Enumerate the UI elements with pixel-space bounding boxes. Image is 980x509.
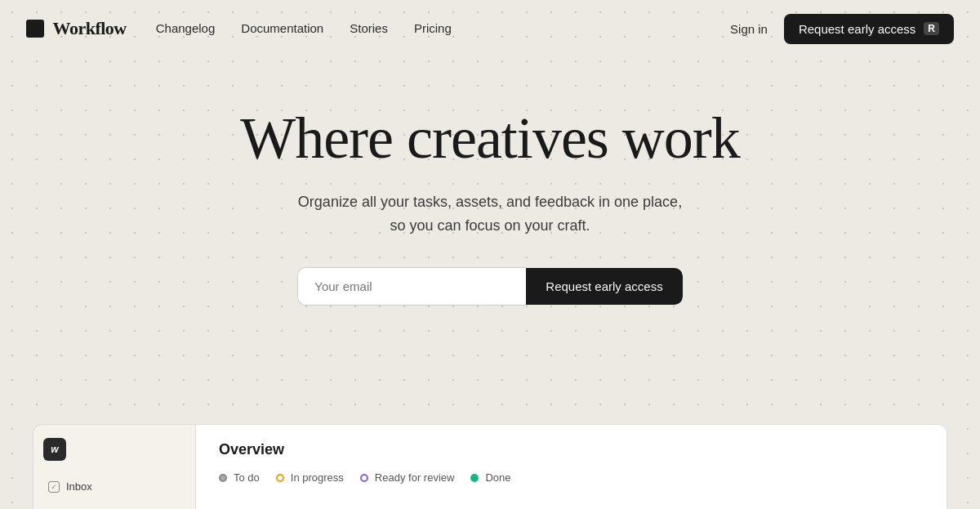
review-dot-icon [360, 474, 368, 482]
sidebar-logo-letter: w [51, 444, 58, 455]
sidebar-item-inbox[interactable]: ✓ Inbox [43, 477, 185, 496]
nav-documentation[interactable]: Documentation [241, 21, 323, 35]
hero-title: Where creatives work [240, 106, 740, 171]
app-preview: w ✓ Inbox Overview To do In progress Rea… [33, 424, 947, 509]
kanban-review-label: Ready for review [375, 471, 455, 484]
request-nav-kbd: R [924, 22, 939, 35]
kanban-row: To do In progress Ready for review Done [219, 471, 924, 484]
sidebar-inbox-label: Inbox [66, 480, 92, 493]
kanban-done-label: Done [485, 471, 510, 484]
kanban-col-todo: To do [219, 471, 260, 484]
logo-text: Workflow [53, 18, 127, 38]
sign-in-link[interactable]: Sign in [730, 22, 768, 36]
kanban-col-done: Done [470, 471, 510, 484]
overview-title: Overview [219, 441, 924, 458]
kanban-todo-label: To do [234, 471, 260, 484]
cta-form: Request early access [297, 267, 682, 306]
hero-section: Where creatives work Organize all your t… [0, 57, 980, 338]
email-input[interactable] [297, 267, 526, 306]
inprogress-dot-icon [276, 474, 284, 482]
sidebar-preview: w ✓ Inbox [33, 424, 196, 509]
navbar-right: Sign in Request early access R [730, 14, 954, 44]
navbar-left: Workflow Changelog Documentation Stories… [26, 18, 452, 39]
kanban-col-review: Ready for review [360, 471, 455, 484]
inbox-check-icon: ✓ [48, 481, 60, 493]
todo-dot-icon [219, 474, 227, 482]
hero-subtitle-line2: so you can focus on your craft. [390, 217, 590, 234]
nav-pricing[interactable]: Pricing [414, 21, 452, 35]
hero-subtitle: Organize all your tasks, assets, and fee… [298, 190, 682, 238]
kanban-col-inprogress: In progress [276, 471, 344, 484]
done-dot-icon [470, 474, 479, 482]
nav-links: Changelog Documentation Stories Pricing [156, 21, 452, 36]
kanban-inprogress-label: In progress [291, 471, 344, 484]
logo[interactable]: Workflow [26, 18, 127, 39]
main-preview: Overview To do In progress Ready for rev… [196, 424, 947, 509]
nav-stories[interactable]: Stories [350, 21, 388, 35]
request-nav-label: Request early access [799, 22, 915, 36]
request-early-access-nav-button[interactable]: Request early access R [784, 14, 954, 44]
hero-subtitle-line1: Organize all your tasks, assets, and fee… [298, 194, 682, 210]
request-early-access-cta-button[interactable]: Request early access [526, 268, 682, 305]
logo-icon [26, 20, 44, 38]
navbar: Workflow Changelog Documentation Stories… [0, 0, 980, 57]
nav-changelog[interactable]: Changelog [156, 21, 216, 35]
sidebar-logo: w [43, 438, 66, 461]
